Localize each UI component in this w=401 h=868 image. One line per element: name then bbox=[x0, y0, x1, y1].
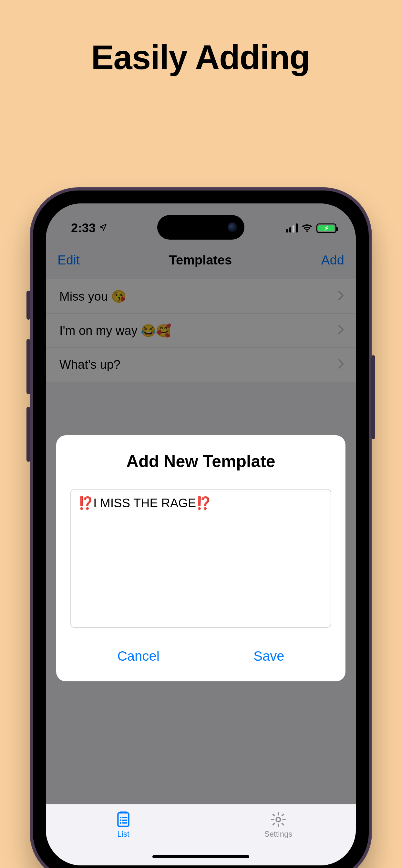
svg-point-7 bbox=[276, 817, 280, 822]
cancel-button[interactable]: Cancel bbox=[117, 648, 159, 664]
wifi-icon bbox=[302, 224, 312, 232]
svg-point-3 bbox=[120, 819, 121, 821]
phone-mockup: 2:33 ⚡︎ bbox=[30, 187, 372, 868]
svg-point-5 bbox=[120, 822, 121, 824]
template-text-input[interactable]: ⁉️I MISS THE RAGE⁉️ bbox=[70, 489, 331, 628]
modal-title: Add New Template bbox=[70, 452, 331, 471]
tab-label: Settings bbox=[265, 830, 292, 839]
svg-point-1 bbox=[120, 817, 121, 818]
cellular-signal-icon bbox=[286, 224, 298, 232]
phone-screen: 2:33 ⚡︎ bbox=[46, 204, 356, 865]
add-template-modal: Add New Template ⁉️I MISS THE RAGE⁉️ Can… bbox=[56, 435, 345, 681]
battery-charging-icon: ⚡︎ bbox=[316, 223, 336, 233]
promo-title: Easily Adding bbox=[0, 38, 401, 77]
phone-volume-down bbox=[27, 407, 30, 462]
phone-side-button bbox=[27, 290, 30, 320]
phone-power-button bbox=[371, 355, 375, 439]
tab-label: List bbox=[117, 830, 129, 839]
save-button[interactable]: Save bbox=[253, 648, 284, 664]
status-time: 2:33 bbox=[71, 221, 96, 235]
gear-icon bbox=[270, 811, 286, 828]
home-indicator[interactable] bbox=[152, 855, 249, 858]
list-icon bbox=[115, 811, 131, 828]
phone-volume-up bbox=[27, 339, 30, 394]
dynamic-island bbox=[157, 215, 244, 240]
location-icon bbox=[99, 221, 107, 235]
